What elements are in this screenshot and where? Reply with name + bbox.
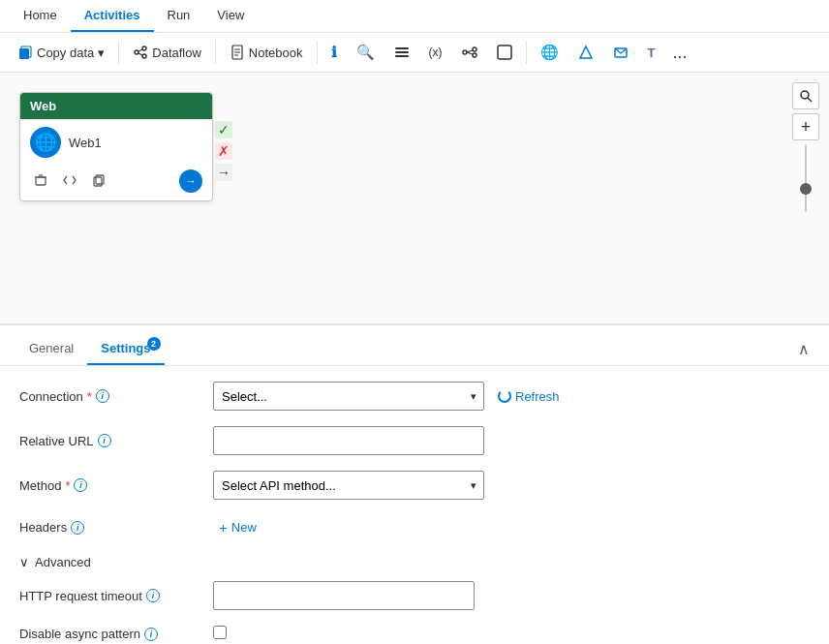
svg-point-16 <box>473 53 476 57</box>
top-navigation: Home Activities Run View <box>0 0 829 33</box>
activity-proceed-button[interactable]: → <box>179 169 202 193</box>
disable-async-checkbox[interactable] <box>213 626 227 639</box>
relative-url-input[interactable] <box>213 426 484 455</box>
refresh-button[interactable]: ↻ Refresh <box>492 385 566 408</box>
connection-label: Connection * i <box>19 389 213 404</box>
disable-async-control <box>213 626 484 642</box>
success-connector-icon[interactable]: ✓ <box>215 121 232 138</box>
panel-content: Connection * i Select... ↻ Refresh Relat… <box>0 366 829 644</box>
method-select[interactable]: Select API method... GET POST PUT DELETE… <box>213 471 484 500</box>
connection-select-wrapper: Select... <box>213 382 484 411</box>
svg-point-14 <box>463 50 467 54</box>
toolbar-divider-4 <box>526 41 527 64</box>
search-toolbar-button[interactable]: 🔍 <box>349 39 383 66</box>
teams-button[interactable]: T <box>640 41 663 65</box>
nav-home[interactable]: Home <box>10 0 71 32</box>
refresh-icon: ↻ <box>498 389 511 403</box>
nav-view[interactable]: View <box>203 0 258 32</box>
outlook-button[interactable] <box>605 40 636 65</box>
activity-copy-button[interactable] <box>88 171 109 192</box>
validate-button[interactable] <box>489 40 520 65</box>
tab-general[interactable]: General <box>15 333 87 365</box>
panel-tabs: General Settings 2 <box>15 333 165 365</box>
activity-globe-icon: 🌐 <box>30 127 61 158</box>
svg-point-2 <box>135 50 138 54</box>
copy-data-button[interactable]: Copy data ▾ <box>10 40 112 65</box>
toolbar: Copy data ▾ Dataflow Notebook ℹ 🔍 (x) 🌐 … <box>0 33 829 73</box>
http-timeout-control <box>213 581 475 610</box>
disable-async-info-icon[interactable]: i <box>144 628 158 641</box>
panel-header: General Settings 2 ∧ <box>0 325 829 366</box>
headers-label: Headers i <box>19 520 213 535</box>
advanced-section: ∨ Advanced HTTP request timeout i Disabl… <box>19 555 810 644</box>
connection-row: Connection * i Select... ↻ Refresh <box>19 382 810 411</box>
toolbar-divider-1 <box>118 41 119 64</box>
dataflow-button[interactable]: Dataflow <box>125 40 209 65</box>
notebook-icon <box>230 45 245 60</box>
method-info-icon[interactable]: i <box>74 478 87 492</box>
svg-point-27 <box>801 91 809 99</box>
svg-rect-11 <box>395 47 409 49</box>
new-header-button[interactable]: + New <box>213 515 262 539</box>
activity-card-header: Web <box>20 93 212 119</box>
activity-code-button[interactable] <box>59 171 80 192</box>
pipeline-button[interactable] <box>386 40 417 65</box>
method-row: Method * i Select API method... GET POST… <box>19 471 810 500</box>
relative-url-info-icon[interactable]: i <box>98 434 111 447</box>
svg-rect-19 <box>498 46 511 59</box>
copy-data-icon <box>17 45 33 60</box>
global-button[interactable]: 🌐 <box>533 39 567 66</box>
bottom-panel: General Settings 2 ∧ Connection * i Sele… <box>0 324 829 644</box>
activity-card-footer: → <box>20 166 212 200</box>
relative-url-row: Relative URL i <box>19 426 810 455</box>
zoom-thumb <box>800 183 812 195</box>
headers-row: Headers i + New <box>19 515 810 539</box>
notebook-button[interactable]: Notebook <box>222 40 311 65</box>
canvas-search-button[interactable] <box>792 82 819 109</box>
connections-button[interactable] <box>454 40 485 65</box>
headers-control: + New <box>213 515 484 539</box>
svg-point-4 <box>142 54 146 58</box>
svg-line-18 <box>467 52 473 54</box>
http-timeout-label: HTTP request timeout i <box>19 589 213 603</box>
http-timeout-info-icon[interactable]: i <box>146 589 160 602</box>
skip-connector-icon[interactable]: → <box>215 164 232 181</box>
canvas-zoom-in-button[interactable]: + <box>792 113 819 140</box>
connector-icons: ✓ ✗ → <box>215 121 232 181</box>
fail-connector-icon[interactable]: ✗ <box>215 142 232 160</box>
connection-control: Select... <box>213 382 484 411</box>
advanced-chevron-icon: ∨ <box>19 555 29 569</box>
disable-async-row: Disable async pattern i <box>19 626 810 642</box>
nav-run[interactable]: Run <box>154 0 204 32</box>
activity-card-name: Web1 <box>69 136 102 150</box>
dataflow-icon <box>133 45 148 60</box>
canvas-right-controls: + <box>792 82 819 222</box>
variables-button[interactable]: (x) <box>421 41 450 64</box>
method-control: Select API method... GET POST PUT DELETE… <box>213 471 484 500</box>
info-button[interactable]: ℹ <box>323 39 345 66</box>
activity-card-web[interactable]: Web 🌐 Web1 → <box>19 92 213 201</box>
method-select-wrapper: Select API method... GET POST PUT DELETE… <box>213 471 484 500</box>
panel-collapse-button[interactable]: ∧ <box>794 336 814 362</box>
connection-required: * <box>87 389 92 404</box>
svg-line-6 <box>138 53 142 55</box>
canvas-area: Web 🌐 Web1 → ✓ ✗ → + <box>0 73 829 324</box>
zoom-slider[interactable] <box>805 144 807 222</box>
toolbar-divider-2 <box>215 41 216 64</box>
new-header-plus-icon: + <box>219 519 228 536</box>
headers-info-icon[interactable]: i <box>71 521 84 535</box>
advanced-toggle-button[interactable]: ∨ Advanced <box>19 555 91 569</box>
activity-card-body: 🌐 Web1 <box>20 119 212 166</box>
azure-button[interactable] <box>570 40 601 65</box>
connection-info-icon[interactable]: i <box>96 389 109 403</box>
nav-activities[interactable]: Activities <box>71 0 154 32</box>
svg-rect-22 <box>36 177 46 185</box>
toolbar-divider-3 <box>317 41 318 64</box>
http-timeout-input[interactable] <box>213 581 475 610</box>
relative-url-control <box>213 426 484 455</box>
svg-line-28 <box>808 98 812 102</box>
tab-settings[interactable]: Settings 2 <box>87 333 164 365</box>
activity-delete-button[interactable] <box>30 171 51 192</box>
connection-select[interactable]: Select... <box>213 382 484 411</box>
more-button[interactable]: ... <box>666 39 692 66</box>
